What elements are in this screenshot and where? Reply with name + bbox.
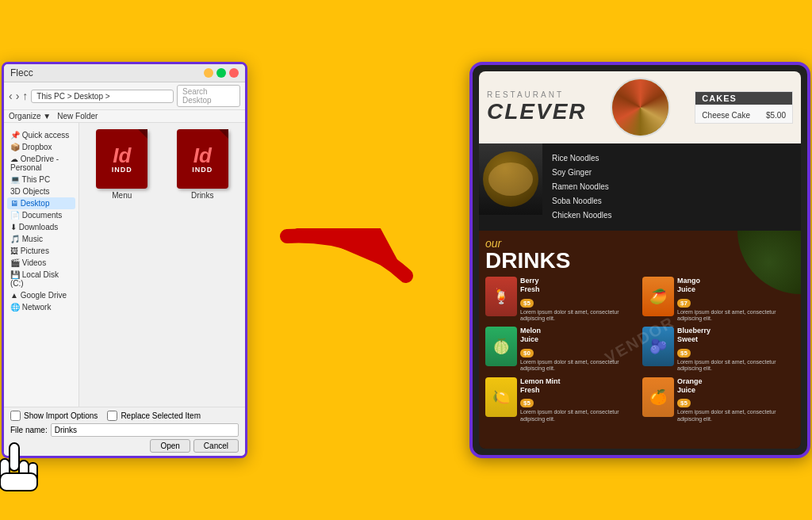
mango-price: $7 — [677, 299, 691, 308]
nav-path[interactable]: This PC > Desktop > — [31, 90, 174, 103]
open-button[interactable]: Open — [150, 439, 190, 453]
close-button[interactable] — [229, 68, 239, 78]
melon-info: MelonJuice $0 Lorem ipsum dolor sit amet… — [520, 327, 638, 372]
window-controls — [204, 68, 239, 78]
lemon-name: Lemon MintFresh — [520, 377, 638, 395]
search-input[interactable]: Search Desktop — [177, 85, 240, 107]
blueberry-name: BlueberrySweet — [677, 327, 795, 344]
tablet-screen: RESTAURANT CLEVER CAKES Cheese Cake $5.0… — [479, 71, 801, 449]
melon-glass-icon: 🍈 — [485, 327, 517, 366]
restaurant-title: CLEVER — [487, 99, 587, 124]
sidebar-item-onedrive[interactable]: ☁ OneDrive - Personal — [7, 153, 75, 174]
drink-item-berry: 🍹 BerryFresh $5 Lorem ipsum dolor sit am… — [485, 277, 638, 322]
orange-glass-icon: 🍊 — [642, 377, 674, 417]
noodles-list: Rice Noodles Soy Ginger Ramen Noodles So… — [542, 143, 622, 231]
blueberry-info: BlueberrySweet $5 Lorem ipsum dolor sit … — [677, 327, 795, 372]
file-item-drinks[interactable]: Id INDD Drinks — [167, 129, 239, 200]
explorer-titlebar: Flecc — [4, 64, 245, 82]
berry-price: $5 — [520, 299, 534, 308]
cakes-item-cheesecake: Cheese Cake $5.00 — [695, 108, 792, 123]
forward-arrow-icon[interactable]: › — [16, 90, 20, 102]
back-arrow-icon[interactable]: ‹ — [9, 90, 13, 102]
sidebar-item-videos[interactable]: 🎬 Videos — [7, 257, 75, 269]
sidebar-item-thispc[interactable]: 💻 This PC — [7, 174, 75, 185]
sidebar-item-dropbox[interactable]: 📦 Dropbox — [7, 141, 75, 153]
maximize-button[interactable] — [216, 68, 226, 78]
file-explorer-window: Flecc ‹ › ↑ This PC > Desktop > Search D… — [2, 62, 247, 458]
window-title: Flecc — [10, 67, 33, 78]
new-folder-button[interactable]: New Folder — [57, 112, 98, 120]
main-container: Flecc ‹ › ↑ This PC > Desktop > Search D… — [0, 0, 812, 520]
noodles-section: Rice Noodles Soy Ginger Ramen Noodles So… — [479, 143, 801, 231]
berry-name: BerryFresh — [520, 277, 638, 294]
sidebar-item-music[interactable]: 🎵 Music — [7, 233, 75, 245]
svg-rect-4 — [0, 473, 37, 491]
lemon-price: $5 — [520, 399, 534, 407]
up-arrow-icon[interactable]: ↑ — [22, 90, 28, 102]
explorer-body: 📌 Quick access 📦 Dropbox ☁ OneDrive - Pe… — [4, 123, 245, 407]
orange-info: OrangeJuice $5 Lorem ipsum dolor sit ame… — [677, 377, 795, 422]
cursor-hand — [0, 439, 49, 506]
drinks-section: VENDOR our DRINKS 🍹 BerryFresh $5 Lorem … — [479, 231, 801, 449]
mango-desc: Lorem ipsum dolor sit amet, consectetur … — [677, 309, 795, 323]
replace-selected-checkbox[interactable] — [107, 411, 117, 421]
file-name-input-row: File name: — [10, 423, 239, 437]
indd-id-letter: Id — [113, 145, 131, 166]
cancel-button[interactable]: Cancel — [193, 439, 239, 453]
show-import-options-checkbox[interactable] — [10, 411, 21, 421]
melon-price: $0 — [520, 349, 534, 358]
pizza-image — [611, 78, 670, 137]
red-arrow-icon — [279, 228, 438, 292]
drink-item-lemon: 🍋 Lemon MintFresh $5 Lorem ipsum dolor s… — [485, 377, 638, 422]
sidebar-item-network[interactable]: 🌐 Network — [7, 301, 75, 313]
explorer-sidebar: 📌 Quick access 📦 Dropbox ☁ OneDrive - Pe… — [4, 123, 79, 407]
minimize-button[interactable] — [204, 68, 213, 78]
cake-name: Cheese Cake — [702, 111, 750, 120]
orange-price: $5 — [677, 399, 691, 407]
noodle-item-3: Ramen Noodles — [552, 180, 612, 194]
cakes-section: CAKES Cheese Cake $5.00 — [695, 91, 793, 124]
cake-price: $5.00 — [766, 111, 786, 120]
lemon-info: Lemon MintFresh $5 Lorem ipsum dolor sit… — [520, 377, 638, 422]
noodle-item-1: Rice Noodles — [552, 151, 612, 166]
drink-item-orange: 🍊 OrangeJuice $5 Lorem ipsum dolor sit a… — [642, 377, 795, 422]
sidebar-item-quick-access[interactable]: 📌 Quick access — [7, 129, 75, 141]
melon-name: MelonJuice — [520, 327, 638, 344]
drinks-grid: 🍹 BerryFresh $5 Lorem ipsum dolor sit am… — [485, 277, 795, 422]
file-name-drinks: Drinks — [191, 191, 213, 200]
explorer-toolbar: Organize ▼ New Folder — [4, 110, 245, 123]
tablet-container: RESTAURANT CLEVER CAKES Cheese Cake $5.0… — [469, 62, 810, 458]
sidebar-item-documents[interactable]: 📄 Documents — [7, 209, 75, 221]
indd-id-letter2: Id — [193, 145, 212, 166]
replace-selected-label: Replace Selected Item — [121, 411, 201, 420]
file-name-input[interactable] — [51, 423, 239, 437]
noodle-item-2: Soy Ginger — [552, 166, 612, 180]
indd-icon-menu: Id INDD — [96, 129, 147, 189]
restaurant-name: RESTAURANT CLEVER — [487, 90, 587, 124]
sidebar-item-pictures[interactable]: 🖼 Pictures — [7, 245, 75, 257]
blueberry-glass-icon: 🫐 — [642, 327, 674, 366]
arrow-area — [279, 228, 438, 292]
sidebar-item-localdisk[interactable]: 💾 Local Disk (C:) — [7, 269, 75, 289]
files-grid: Id INDD Menu Id INDD Drinks — [86, 129, 239, 200]
explorer-main-area: Id INDD Menu Id INDD Drinks — [79, 123, 245, 407]
explorer-nav: ‹ › ↑ This PC > Desktop > Search Desktop — [4, 82, 245, 110]
file-item-menu[interactable]: Id INDD Menu — [86, 129, 159, 200]
file-name-label: File name: — [10, 426, 48, 434]
noodle-item-5: Chicken Noodles — [552, 208, 612, 223]
drink-item-blueberry: 🫐 BlueberrySweet $5 Lorem ipsum dolor si… — [642, 327, 795, 372]
organize-button[interactable]: Organize ▼ — [9, 112, 51, 120]
sidebar-item-3dobjects[interactable]: 3D Objects — [7, 185, 75, 197]
lemon-desc: Lorem ipsum dolor sit amet, consectetur … — [520, 409, 638, 422]
sidebar-item-googledrive[interactable]: ▲ Google Drive — [7, 289, 75, 301]
drink-item-melon: 🍈 MelonJuice $0 Lorem ipsum dolor sit am… — [485, 327, 638, 372]
sidebar-item-desktop[interactable]: 🖥 Desktop — [7, 197, 75, 209]
sidebar-item-downloads[interactable]: ⬇ Downloads — [7, 221, 75, 233]
menu-top-section: RESTAURANT CLEVER CAKES Cheese Cake $5.0… — [479, 71, 801, 143]
svg-rect-0 — [10, 443, 19, 471]
lemon-glass-icon: 🍋 — [485, 377, 517, 417]
noodle-item-4: Soba Noodles — [552, 194, 612, 208]
berry-desc: Lorem ipsum dolor sit amet, consectetur … — [520, 309, 638, 323]
import-options-row: Show Import Options Replace Selected Ite… — [10, 411, 239, 421]
indd-icon-drinks: Id INDD — [177, 129, 228, 189]
